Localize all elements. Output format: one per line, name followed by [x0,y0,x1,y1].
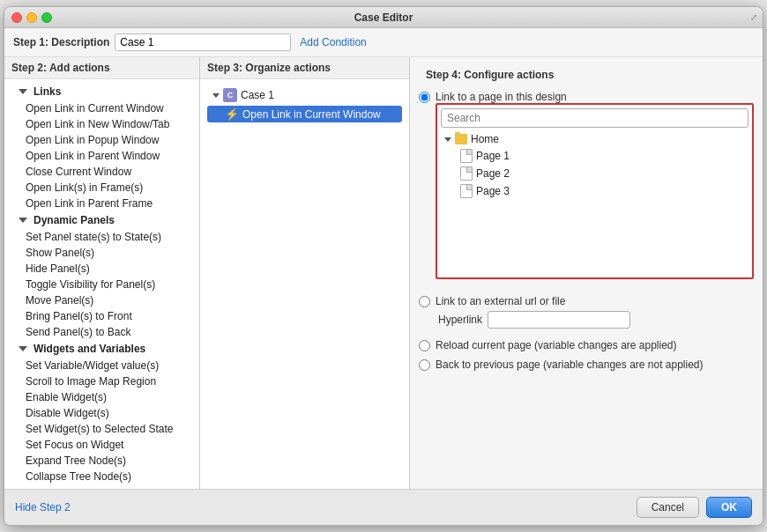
radio-input-1[interactable] [419,92,430,103]
cancel-button[interactable]: Cancel [637,497,699,518]
radio-input-4[interactable] [419,359,430,371]
hyperlink-row: Hyperlink [438,311,630,329]
list-item[interactable]: Open Link in Current Window [4,100,199,116]
list-item[interactable]: Send Panel(s) to Back [4,324,199,340]
list-item[interactable]: Move Panel(s) [4,292,199,308]
description-input[interactable] [115,33,291,51]
footer-buttons: Cancel OK [637,497,752,518]
links-label: Links [34,85,61,98]
list-item[interactable]: Set Panel state(s) to State(s) [4,229,199,245]
step4-header: Step 4: Configure actions [419,64,754,85]
dynamic-panels-label: Dynamic Panels [34,214,115,226]
step4-panel: Step 4: Configure actions Link to a page… [410,57,763,489]
home-label: Home [471,133,499,145]
dynamic-panels-section-header[interactable]: Dynamic Panels [4,211,199,229]
home-expand-icon [444,137,451,142]
page3-label: Page 3 [476,185,510,197]
home-folder-icon [455,134,467,144]
search-input[interactable] [441,108,748,128]
step2-header: Step 2: Add actions [4,57,199,79]
radio-label-3: Reload current page (variable changes ar… [436,339,677,351]
main-window: Case Editor ⤢ Step 1: Description Add Co… [4,6,763,526]
step3-header: Step 3: Organize actions [200,57,409,79]
page1-label: Page 1 [476,150,510,162]
radio-input-2[interactable] [419,296,430,307]
ok-button[interactable]: OK [706,497,752,518]
widgets-section-header[interactable]: Widgets and Variables [4,340,199,358]
list-item[interactable]: Open Link in Parent Frame [4,196,199,211]
traffic-lights [11,12,52,23]
links-expand-icon [19,89,27,94]
add-condition-link[interactable]: Add Condition [300,36,366,48]
radio-input-3[interactable] [419,340,430,351]
radio-option-2-row: Link to an external url or file [419,295,565,307]
list-item[interactable]: Toggle Visibility for Panel(s) [4,277,199,292]
list-item[interactable]: Enable Widget(s) [4,389,199,405]
home-tree-item[interactable]: Home [441,131,748,147]
widgets-label: Widgets and Variables [34,343,145,355]
page1-icon [460,149,473,163]
list-item[interactable]: Open Link in Popup Window [4,132,199,148]
widgets-expand-icon [19,346,27,351]
hyperlink-label: Hyperlink [438,314,482,326]
titlebar: Case Editor ⤢ [4,7,763,28]
radio-label-4: Back to previous page (variable changes … [436,358,704,371]
maximize-button[interactable] [41,12,52,23]
page3-tree-item[interactable]: Page 3 [441,182,748,200]
step3-panel: Step 3: Organize actions C Case 1 ⚡ Open… [200,57,410,489]
radio-option-1: Link to a page in this design Home Page … [419,91,754,288]
minimize-button[interactable] [26,12,37,23]
step1-bar: Step 1: Description Add Condition [4,28,763,57]
close-button[interactable] [11,12,22,23]
action-label: Open Link in Current Window [242,108,381,121]
page3-icon [460,184,473,198]
page-tree-box: Home Page 1 Page 2 Page 3 [436,103,754,279]
radio-option-3: Reload current page (variable changes ar… [419,339,754,351]
list-item[interactable]: Hide Panel(s) [4,261,199,277]
list-item[interactable]: Close Current Window [4,164,199,180]
list-item[interactable]: Open Link in Parent Window [4,148,199,164]
list-item[interactable]: Collapse Tree Node(s) [4,469,199,484]
step2-list: Links Open Link in Current Window Open L… [4,79,199,489]
list-item[interactable]: Set Variable/Widget value(s) [4,358,199,373]
list-item[interactable]: Disable Widget(s) [4,405,199,421]
action-item-selected[interactable]: ⚡ Open Link in Current Window [207,106,402,122]
list-item[interactable]: Show Panel(s) [4,245,199,261]
hide-step2-link[interactable]: Hide Step 2 [15,501,71,514]
list-item[interactable]: Scroll to Image Map Region [4,373,199,389]
page1-tree-item[interactable]: Page 1 [441,147,748,165]
case-icon: C [223,88,237,102]
case-expand-icon [212,93,220,98]
page2-icon [460,166,473,181]
case-folder[interactable]: C Case 1 [207,85,402,106]
list-item[interactable]: Set Widget(s) to Selected State [4,421,199,437]
list-item[interactable]: Open Link in New Window/Tab [4,116,199,132]
list-item[interactable]: Expand Tree Node(s) [4,453,199,469]
dynamic-panels-expand-icon [19,218,27,223]
list-item[interactable]: Bring Panel(s) to Front [4,308,199,324]
case-label: Case 1 [241,89,274,101]
hyperlink-input[interactable] [488,311,630,329]
list-item[interactable]: Open Link(s) in Frame(s) [4,180,199,196]
resize-icon: ⤢ [750,12,757,22]
lightning-icon: ⚡ [225,107,239,121]
page2-label: Page 2 [476,167,510,180]
window-title: Case Editor [354,11,413,24]
list-item[interactable]: Set Focus on Widget [4,437,199,453]
footer: Hide Step 2 Cancel OK [4,489,763,525]
radio-option-2: Link to an external url or file Hyperlin… [419,295,754,332]
radio-label-1: Link to a page in this design [436,91,567,103]
radio-option-1-content: Link to a page in this design Home Page … [436,91,754,288]
radio-option-4: Back to previous page (variable changes … [419,358,754,371]
links-section-header[interactable]: Links [4,83,199,100]
step2-panel: Step 2: Add actions Links Open Link in C… [4,57,200,489]
step1-label: Step 1: Description [13,36,109,48]
step3-tree: C Case 1 ⚡ Open Link in Current Window [200,79,409,489]
page2-tree-item[interactable]: Page 2 [441,165,748,182]
main-content: Step 2: Add actions Links Open Link in C… [4,57,763,489]
radio-label-2: Link to an external url or file [436,295,565,307]
